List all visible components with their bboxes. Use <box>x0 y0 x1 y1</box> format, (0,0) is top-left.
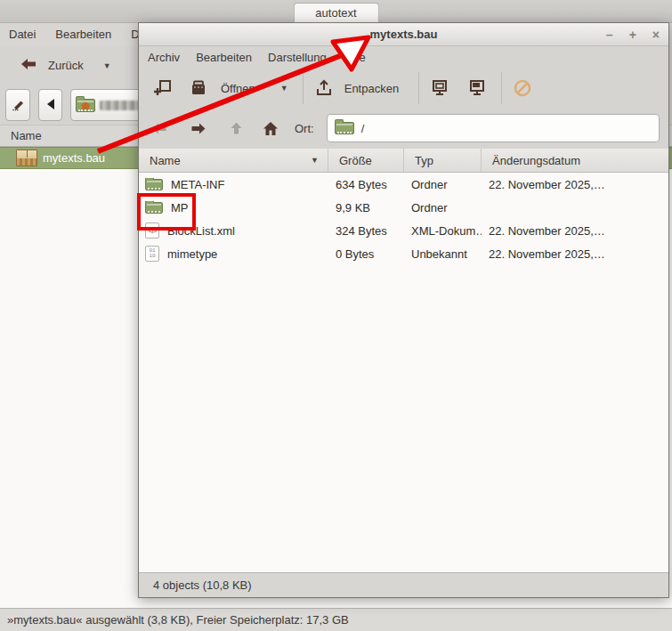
table-row-mp[interactable]: MP 9,9 KB Ordner <box>139 196 668 219</box>
back-arrow-icon <box>20 57 37 74</box>
archive-titlebar[interactable]: mytexts.bau – + × <box>139 23 668 46</box>
folder-icon <box>145 179 163 190</box>
nav-home-icon[interactable] <box>263 121 279 136</box>
archive-window-title: mytexts.bau <box>139 28 668 41</box>
file-type: Ordner <box>404 201 482 214</box>
extract-icon <box>312 77 336 100</box>
column-header-size[interactable]: Größe <box>328 149 404 172</box>
pencil-icon <box>11 97 25 114</box>
file-name: BlockList.xml <box>167 224 235 238</box>
file-name: META-INF <box>171 178 224 191</box>
location-field[interactable]: / <box>327 114 660 142</box>
nav-forward-icon[interactable] <box>190 122 206 135</box>
archive-menubar: Archiv Bearbeiten Darstellung Hilfe <box>139 46 668 69</box>
back-button[interactable]: Zurück ▼ <box>11 52 120 79</box>
column-header-date[interactable]: Änderungsdatum <box>482 149 668 172</box>
archive-list-empty-area[interactable] <box>139 265 668 572</box>
menu-archiv[interactable]: Archiv <box>148 51 180 64</box>
view-all-files-icon[interactable] <box>428 77 451 100</box>
current-folder-icon <box>335 122 354 134</box>
menu-hilfe[interactable]: Hilfe <box>343 51 366 64</box>
menu-bearbeiten[interactable]: Bearbeiten <box>55 28 111 41</box>
file-date: 22. November 2025,… <box>482 247 668 261</box>
view-as-folder-icon[interactable] <box>466 77 489 100</box>
file-size: 0 Bytes <box>328 247 404 261</box>
file-date: 22. November 2025,… <box>482 178 668 191</box>
selected-file-name: mytexts.bau <box>43 151 105 165</box>
file-manager-status-text: »mytexts.bau« ausgewählt (3,8 KB), Freie… <box>7 613 349 627</box>
file-name: mimetype <box>167 247 217 261</box>
breadcrumb-scroll-left-button[interactable] <box>38 89 62 121</box>
file-size: 324 Bytes <box>328 224 404 238</box>
add-files-button[interactable] <box>151 77 174 100</box>
minimize-button[interactable]: – <box>606 28 613 41</box>
menu-bearbeiten-archive[interactable]: Bearbeiten <box>196 51 252 64</box>
add-folder-button[interactable] <box>187 77 210 100</box>
archive-status-text: 4 objects (10,8 KB) <box>153 578 252 592</box>
menu-datei[interactable]: Datei <box>9 28 36 41</box>
open-dropdown-icon[interactable]: ▼ <box>280 84 288 93</box>
maximize-button[interactable]: + <box>629 28 636 41</box>
file-type: Ordner <box>404 178 482 191</box>
home-folder-icon <box>76 99 95 112</box>
file-date: 22. November 2025,… <box>482 224 668 238</box>
nav-back-icon[interactable] <box>151 122 167 135</box>
close-button[interactable]: × <box>652 28 660 41</box>
xml-file-icon: </> <box>145 222 159 239</box>
file-name: MP <box>171 201 189 214</box>
file-type: Unbekannt <box>404 247 482 261</box>
back-history-dropdown-icon[interactable]: ▼ <box>103 61 111 70</box>
archive-file-icon <box>16 150 37 166</box>
stop-icon <box>511 77 534 100</box>
archive-table-header: Name ▼ Größe Typ Änderungsdatum <box>139 149 668 173</box>
extract-button[interactable]: Entpacken <box>344 82 399 95</box>
file-manager-title: autotext <box>293 3 378 23</box>
column-header-name[interactable]: Name ▼ <box>139 149 328 172</box>
edit-location-button[interactable] <box>5 89 30 121</box>
archive-toolbar: Öffnen ▼ Entpacken <box>139 69 668 108</box>
archive-manager-window: mytexts.bau – + × Archiv Bearbeiten Dars… <box>138 22 669 598</box>
archive-navbar: Ort: / <box>139 108 668 149</box>
binary-file-icon: 0110 <box>145 246 159 262</box>
file-manager-titlebar[interactable]: autotext <box>0 0 672 23</box>
table-row-mimetype[interactable]: 0110 mimetype 0 Bytes Unbekannt 22. Nove… <box>139 242 668 265</box>
file-type: XML-Dokum… <box>404 224 482 238</box>
file-list-name-header-label: Name <box>11 129 42 142</box>
toolbar-separator <box>303 72 304 104</box>
menu-darstellung-archive[interactable]: Darstellung <box>268 51 327 64</box>
archive-statusbar: 4 objects (10,8 KB) <box>139 572 668 597</box>
table-row-meta-inf[interactable]: META-INF 634 Bytes Ordner 22. November 2… <box>139 173 668 196</box>
folder-icon <box>145 202 163 214</box>
sort-descending-icon: ▼ <box>311 156 319 165</box>
open-button[interactable]: Öffnen <box>221 82 255 95</box>
file-size: 634 Bytes <box>328 178 404 191</box>
archive-file-list: META-INF 634 Bytes Ordner 22. November 2… <box>139 173 668 572</box>
toolbar-separator <box>418 72 419 104</box>
file-size: 9,9 KB <box>328 201 404 214</box>
file-manager-statusbar: »mytexts.bau« ausgewählt (3,8 KB), Freie… <box>0 608 672 631</box>
chevron-left-icon <box>46 99 55 112</box>
nav-up-icon[interactable] <box>230 121 243 135</box>
toolbar-separator <box>501 72 502 104</box>
back-button-label: Zurück <box>48 59 84 72</box>
column-header-type[interactable]: Typ <box>404 149 482 172</box>
location-path: / <box>361 122 365 135</box>
table-row-blocklist[interactable]: </> BlockList.xml 324 Bytes XML-Dokum… 2… <box>139 219 668 242</box>
location-label: Ort: <box>295 122 314 135</box>
